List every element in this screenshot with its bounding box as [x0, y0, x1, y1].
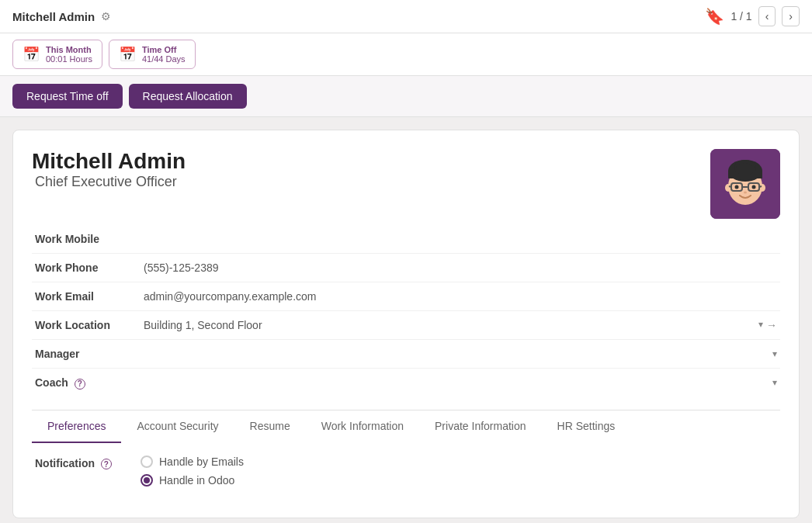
- svg-point-6: [759, 184, 765, 192]
- field-value-manager[interactable]: ▾: [141, 340, 780, 369]
- tab-resume[interactable]: Resume: [234, 410, 306, 443]
- svg-line-11: [759, 186, 762, 187]
- time-off-stat[interactable]: 📅 Time Off 41/44 Days: [109, 40, 196, 69]
- tab-private-information[interactable]: Private Information: [419, 410, 542, 443]
- field-label-manager: Manager: [32, 340, 141, 369]
- time-off-label: Time Off: [142, 45, 186, 54]
- svg-point-12: [735, 185, 739, 189]
- time-off-value: 41/44 Days: [142, 54, 186, 64]
- svg-point-14: [744, 192, 747, 194]
- employee-title-header: Mitchell Admin: [12, 10, 95, 23]
- radio-handle-in-odoo[interactable]: Handle in Odoo: [141, 474, 244, 487]
- time-off-calendar-icon: 📅: [119, 46, 136, 63]
- notification-radio-group: Handle by Emails Handle in Odoo: [141, 455, 244, 487]
- avatar: [710, 149, 780, 219]
- field-label-work-email: Work Email: [32, 282, 141, 311]
- field-value-work-mobile: [141, 225, 780, 254]
- work-location-text: Building 1, Second Floor: [144, 319, 262, 331]
- radio-circle-odoo: [141, 474, 153, 487]
- stats-bar: 📅 This Month 00:01 Hours 📅 Time Off 41/4…: [0, 33, 812, 76]
- pagination-label: 1 / 1: [730, 10, 751, 23]
- table-row: Coach ? ▾: [32, 369, 780, 397]
- employee-info: Mitchell Admin Chief Executive Officer: [32, 149, 186, 203]
- manager-dropdown-icon[interactable]: ▾: [772, 348, 777, 359]
- notification-help-icon[interactable]: ?: [101, 459, 112, 469]
- table-row: Work Location Building 1, Second Floor ▾…: [32, 311, 780, 340]
- tab-hr-settings[interactable]: HR Settings: [542, 410, 631, 443]
- field-label-work-phone: Work Phone: [32, 254, 141, 282]
- radio-label-email: Handle by Emails: [159, 455, 244, 468]
- field-value-work-phone: (555)-125-2389: [141, 254, 780, 282]
- bookmark-icon[interactable]: 🔖: [705, 7, 724, 26]
- stat-details: This Month 00:01 Hours: [46, 45, 92, 64]
- next-button[interactable]: ›: [782, 6, 800, 26]
- field-label-work-location: Work Location: [32, 311, 141, 340]
- notification-row: Notification ? Handle by Emails Handle i…: [35, 455, 777, 487]
- tabs-bar: Preferences Account Security Resume Work…: [32, 410, 780, 443]
- location-icons: ▾ →: [758, 319, 777, 331]
- radio-handle-by-email[interactable]: Handle by Emails: [141, 455, 244, 468]
- action-bar: Request Time off Request Allocation: [0, 76, 812, 117]
- field-value-work-location[interactable]: Building 1, Second Floor ▾ →: [141, 311, 780, 340]
- notification-label: Notification ?: [35, 455, 128, 470]
- tab-work-information[interactable]: Work Information: [306, 410, 419, 443]
- external-link-icon[interactable]: →: [766, 319, 777, 331]
- field-value-work-email: admin@yourcompany.example.com: [141, 282, 780, 311]
- tab-account-security[interactable]: Account Security: [121, 410, 234, 443]
- request-allocation-button[interactable]: Request Allocation: [129, 84, 247, 109]
- tab-content-preferences: Notification ? Handle by Emails Handle i…: [32, 443, 780, 499]
- employee-header: Mitchell Admin Chief Executive Officer: [32, 149, 780, 219]
- top-bar-right: 🔖 1 / 1 ‹ ›: [705, 6, 800, 26]
- time-off-details: Time Off 41/44 Days: [142, 45, 186, 64]
- coach-help-icon[interactable]: ?: [75, 379, 85, 390]
- this-month-value: 00:01 Hours: [46, 54, 92, 64]
- calendar-icon: 📅: [23, 46, 40, 63]
- this-month-stat[interactable]: 📅 This Month 00:01 Hours: [12, 40, 102, 69]
- employee-name: Mitchell Admin: [32, 149, 186, 174]
- svg-point-13: [752, 185, 756, 189]
- dropdown-arrow-icon[interactable]: ▾: [758, 319, 763, 331]
- employee-info-table: Work Mobile Work Phone (555)-125-2389 Wo…: [32, 225, 780, 397]
- top-bar-left: Mitchell Admin ⚙: [12, 10, 111, 23]
- main-content: Mitchell Admin Chief Executive Officer: [0, 117, 812, 523]
- field-label-coach: Coach ?: [32, 369, 141, 397]
- top-bar: Mitchell Admin ⚙ 🔖 1 / 1 ‹ ›: [0, 0, 812, 33]
- table-row: Work Mobile: [32, 225, 780, 254]
- field-value-coach[interactable]: ▾: [141, 369, 780, 397]
- pagination: 1 / 1: [730, 10, 751, 23]
- coach-dropdown-icon[interactable]: ▾: [772, 377, 777, 388]
- gear-icon[interactable]: ⚙: [101, 10, 111, 23]
- table-row: Manager ▾: [32, 340, 780, 369]
- svg-line-10: [729, 186, 731, 187]
- this-month-label: This Month: [46, 45, 92, 54]
- table-row: Work Phone (555)-125-2389: [32, 254, 780, 282]
- request-time-off-button[interactable]: Request Time off: [12, 84, 123, 109]
- prev-button[interactable]: ‹: [758, 6, 776, 26]
- employee-job-title: Chief Executive Officer: [32, 174, 186, 190]
- table-row: Work Email admin@yourcompany.example.com: [32, 282, 780, 311]
- tab-preferences[interactable]: Preferences: [32, 410, 121, 443]
- employee-card: Mitchell Admin Chief Executive Officer: [12, 130, 800, 518]
- svg-point-5: [725, 184, 731, 192]
- radio-circle-email: [141, 455, 153, 468]
- field-label-work-mobile: Work Mobile: [32, 225, 141, 254]
- radio-label-odoo: Handle in Odoo: [159, 474, 234, 487]
- avatar-svg: [710, 149, 780, 219]
